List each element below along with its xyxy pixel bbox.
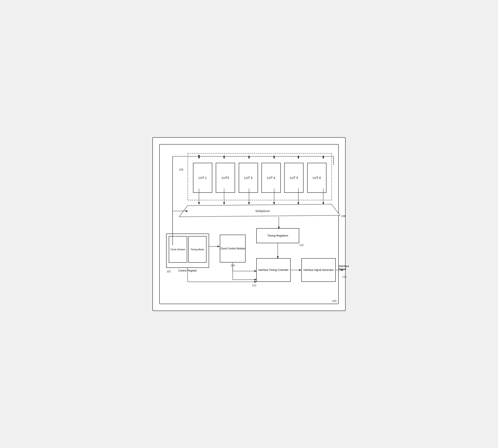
control-register: Clock Division Timing Mode Control Regis…	[166, 234, 209, 268]
lut-box-2: LUT2	[216, 163, 235, 193]
page-container: LUT 1 LUT2 LUT 3 LUT 4 LUT 5 LUT 6	[152, 137, 346, 311]
lut-box-4: LUT 4	[261, 163, 281, 193]
lut-box-1: LUT 1	[193, 163, 212, 193]
interface-signal-gen-label: Interface Signal Generator	[304, 269, 334, 272]
ref-104: 104	[231, 264, 235, 267]
ref-102: 102	[167, 270, 171, 273]
timing-mode-label: Timing Mode	[191, 248, 204, 251]
lut2-label: LUT2	[222, 176, 229, 179]
lut6-label: LUT 6	[313, 176, 321, 179]
lut-box-5: LUT 5	[284, 163, 304, 193]
lut-container: LUT 1 LUT2 LUT 3 LUT 4 LUT 5 LUT 6	[188, 153, 332, 200]
lut4-label: LUT 4	[267, 176, 275, 179]
clock-control-label: Clock Control Module	[221, 247, 245, 250]
diagram-area: LUT 1 LUT2 LUT 3 LUT 4 LUT 5 LUT 6	[159, 144, 339, 304]
ref-110: 110	[299, 244, 304, 247]
lut5-label: LUT 5	[290, 176, 298, 179]
clock-division-label: Clock Division	[171, 248, 185, 251]
lut1-label: LUT 1	[199, 176, 207, 179]
ref-100: 100	[332, 299, 337, 303]
lut-box-6: LUT 6	[307, 163, 326, 193]
interface-timing-controller: Interface Timing Controller	[256, 258, 291, 282]
clock-control-module: Clock Control Module	[220, 235, 246, 262]
svg-text:108: 108	[341, 215, 345, 218]
timing-registers-label: Timing Registers	[267, 234, 288, 237]
interface-signal-generator: Interface Signal Generator	[301, 258, 336, 282]
ref-114: 114	[342, 275, 346, 278]
interface-timing-label: Interface Timing Controller	[258, 269, 289, 272]
ref-106: 106	[179, 168, 183, 171]
timing-registers: Timing Registers	[256, 228, 299, 243]
svg-text:Multiplexer: Multiplexer	[256, 209, 270, 213]
svg-marker-19	[179, 204, 340, 217]
interface-signal-label: Interface Signal	[338, 265, 349, 271]
lut-boxes: LUT 1 LUT2 LUT 3 LUT 4 LUT 5 LUT 6	[188, 154, 331, 200]
clock-division-box: Clock Division	[169, 236, 187, 263]
lut3-label: LUT 3	[244, 176, 252, 179]
control-register-label: Control Register	[167, 269, 209, 272]
control-sub-boxes: Clock Division Timing Mode	[169, 236, 206, 263]
ref-112: 112	[252, 284, 256, 287]
lut-box-3: LUT 3	[239, 163, 258, 193]
timing-mode-box: Timing Mode	[188, 236, 207, 263]
